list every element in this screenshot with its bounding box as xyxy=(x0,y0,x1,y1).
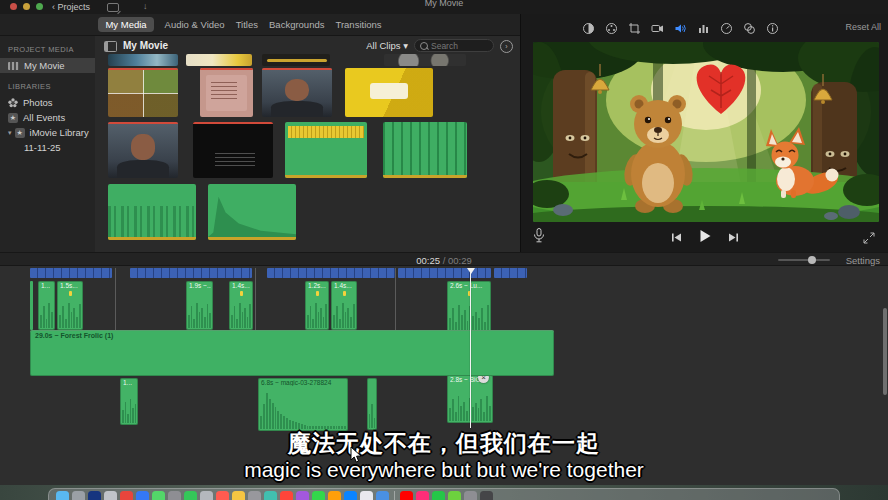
reset-all-button[interactable]: Reset All xyxy=(845,22,881,32)
timeline-scrollbar[interactable] xyxy=(883,308,887,395)
dock-app-icon[interactable] xyxy=(448,491,461,500)
timeline-audio-clip[interactable]: 1.5s... xyxy=(57,281,83,330)
noise-reduction-icon[interactable] xyxy=(696,21,710,35)
dock-app-icon[interactable] xyxy=(216,491,229,500)
sidebar-item-photos[interactable]: Photos xyxy=(0,95,95,110)
tab-my-media[interactable]: My Media xyxy=(98,17,153,32)
subtitle-title-bar[interactable] xyxy=(398,268,491,278)
color-balance-icon[interactable] xyxy=(581,21,595,35)
sidebar-item-my-movie[interactable]: My Movie xyxy=(0,58,95,73)
clip-waveform xyxy=(260,391,346,429)
search-box[interactable] xyxy=(414,39,494,52)
sidebar-item-all-events[interactable]: ★All Events xyxy=(0,110,95,125)
dock-app-icon[interactable] xyxy=(400,491,413,500)
search-input[interactable] xyxy=(431,41,488,51)
timeline-zoom-slider[interactable] xyxy=(778,259,830,261)
media-thumbnail-person[interactable] xyxy=(262,68,332,117)
left-panel: My MediaAudio & VideoTitlesBackgroundsTr… xyxy=(0,14,520,252)
playhead-marker-icon[interactable] xyxy=(467,268,475,274)
dock-app-icon[interactable] xyxy=(312,491,325,500)
playhead[interactable] xyxy=(470,268,471,428)
speed-icon[interactable] xyxy=(719,21,733,35)
dock-app-icon[interactable] xyxy=(464,491,477,500)
chevron-down-icon[interactable]: ▾ xyxy=(8,129,12,137)
sidebar-item-11-11-25[interactable]: 11-11-25 xyxy=(0,140,95,155)
dock-app-icon[interactable] xyxy=(104,491,117,500)
volume-icon[interactable] xyxy=(673,21,687,35)
dock-app-icon[interactable] xyxy=(136,491,149,500)
timeline-sound-effect-clip[interactable] xyxy=(367,378,377,430)
clip-filter-icon[interactable] xyxy=(742,21,756,35)
tab-titles[interactable]: Titles xyxy=(236,19,258,30)
dock-app-icon[interactable] xyxy=(280,491,293,500)
clip-waveform xyxy=(449,303,489,332)
clip-filter-dropdown[interactable]: All Clips ▾ xyxy=(366,40,408,51)
subtitle-title-bar[interactable] xyxy=(267,268,395,278)
media-thumbnail-s1[interactable] xyxy=(108,54,178,66)
stabilization-icon[interactable] xyxy=(650,21,664,35)
dock-app-icon[interactable] xyxy=(432,491,445,500)
media-thumbnail-s2[interactable] xyxy=(186,54,252,66)
video-preview[interactable] xyxy=(533,42,879,222)
media-thumbnail-adecay[interactable] xyxy=(208,184,296,240)
subtitle-title-bar[interactable] xyxy=(130,268,252,278)
media-thumbnail-person[interactable] xyxy=(108,122,178,178)
dock-app-icon[interactable] xyxy=(264,491,277,500)
media-thumbnail-s4[interactable] xyxy=(384,54,466,66)
previous-frame-button[interactable] xyxy=(671,229,682,247)
browser-header: My Movie All Clips ▾ › xyxy=(95,36,520,56)
subtitle-title-bar[interactable] xyxy=(30,268,112,278)
timeline-audio-clip[interactable]: 1.2s... xyxy=(305,281,329,330)
play-button[interactable] xyxy=(698,229,712,247)
dock-app-icon[interactable] xyxy=(296,491,309,500)
crop-icon[interactable] xyxy=(627,21,641,35)
media-thumbnail-s3[interactable] xyxy=(262,54,330,66)
dock-app-icon[interactable] xyxy=(200,491,213,500)
dock-app-icon[interactable] xyxy=(232,491,245,500)
tab-transitions[interactable]: Transitions xyxy=(335,19,381,30)
dock-app-icon[interactable] xyxy=(416,491,429,500)
timeline-audio-clip[interactable]: 1.4s... xyxy=(229,281,253,330)
color-correction-icon[interactable] xyxy=(604,21,618,35)
sidebar-toggle-icon[interactable] xyxy=(104,41,117,52)
background-music-clip[interactable]: 29.0s ~ Forest Frolic (1) xyxy=(30,330,554,376)
clip-waveform xyxy=(231,302,251,328)
next-frame-button[interactable] xyxy=(728,229,739,247)
media-thumbnail-screen[interactable] xyxy=(193,122,273,178)
media-thumbnail-note[interactable] xyxy=(200,68,253,117)
timeline-audio-clip[interactable]: 1... xyxy=(38,281,55,330)
dock-app-icon[interactable] xyxy=(248,491,261,500)
media-thumbnail-bears[interactable] xyxy=(108,68,178,117)
dock-app-icon[interactable] xyxy=(184,491,197,500)
dock-app-icon[interactable] xyxy=(120,491,133,500)
chevron-down-icon: ▾ xyxy=(403,40,408,51)
fullscreen-icon[interactable] xyxy=(863,230,875,248)
zoom-slider-knob[interactable] xyxy=(808,256,816,264)
dock-app-icon[interactable] xyxy=(168,491,181,500)
dock-app-icon[interactable] xyxy=(72,491,85,500)
dock-app-icon[interactable] xyxy=(360,491,373,500)
dock-app-icon[interactable] xyxy=(56,491,69,500)
timeline-audio-clip[interactable]: 1.4s... xyxy=(331,281,357,330)
tab-backgrounds[interactable]: Backgrounds xyxy=(269,19,324,30)
timeline-audio-clip[interactable]: 2.6s ~ Lu... xyxy=(447,281,491,334)
timeline-sound-effect-clip[interactable]: 6.8s ~ magic-03-278824 xyxy=(258,378,348,431)
dock-app-icon[interactable] xyxy=(480,491,493,500)
media-thumbnail-awave[interactable] xyxy=(108,184,196,240)
tab-audio-video[interactable]: Audio & Video xyxy=(165,19,225,30)
dock-app-icon[interactable] xyxy=(88,491,101,500)
timeline-sound-effect-clip[interactable]: 1... xyxy=(120,378,138,425)
dock-app-icon[interactable] xyxy=(376,491,389,500)
media-thumbnail-ayellow[interactable] xyxy=(285,122,367,178)
media-thumbnail-prompt[interactable] xyxy=(345,68,433,117)
subtitle-title-bar[interactable] xyxy=(494,268,527,278)
dock-app-icon[interactable] xyxy=(344,491,357,500)
dock-app-icon[interactable] xyxy=(328,491,341,500)
content-navigator-icon[interactable]: › xyxy=(500,40,513,53)
sidebar-item-imovie-library[interactable]: ▾★iMovie Library xyxy=(0,125,95,140)
info-icon[interactable] xyxy=(765,21,779,35)
dock-app-icon[interactable] xyxy=(152,491,165,500)
media-thumbnail-aspikes[interactable] xyxy=(383,122,467,178)
timeline-audio-clip[interactable]: 1.9s ~... xyxy=(186,281,213,330)
timeline-settings-button[interactable]: Settings xyxy=(846,255,880,266)
